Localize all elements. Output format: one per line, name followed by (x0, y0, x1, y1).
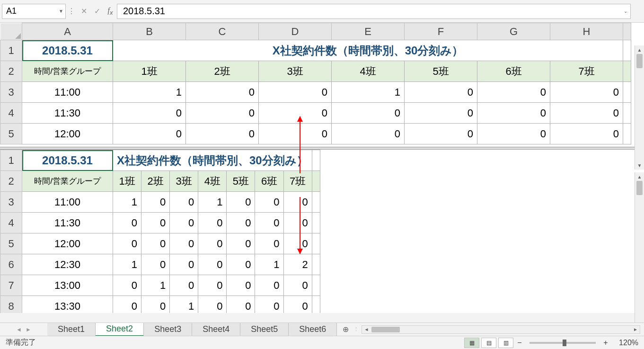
time-cell[interactable]: 11:30 (22, 103, 113, 124)
data-cell[interactable]: 0 (198, 213, 227, 233)
vertical-scrollbar-top[interactable]: ▲ ▼ (635, 45, 644, 170)
data-cell[interactable]: 1 (255, 254, 283, 275)
tab-nav[interactable]: ◄ ► (0, 326, 47, 333)
data-cell[interactable]: 0 (113, 213, 141, 233)
column-label-cell[interactable]: 2班 (186, 61, 259, 82)
column-label-cell[interactable]: 7班 (283, 171, 312, 192)
sheet-tab[interactable]: Sheet3 (144, 323, 192, 336)
data-cell[interactable]: 0 (227, 296, 255, 313)
add-sheet-button[interactable]: ⊕ (337, 325, 354, 334)
cell[interactable] (623, 82, 631, 103)
data-cell[interactable]: 0 (198, 296, 227, 313)
column-header[interactable]: H (550, 23, 623, 40)
row-header[interactable]: 8 (0, 296, 22, 313)
data-cell[interactable]: 0 (141, 254, 170, 275)
row-header[interactable]: 2 (0, 171, 22, 192)
data-cell[interactable]: 0 (186, 103, 259, 124)
column-label-cell[interactable]: 7班 (550, 61, 623, 82)
data-cell[interactable]: 0 (170, 233, 198, 254)
column-header[interactable]: E (332, 23, 405, 40)
column-label-cell[interactable]: 時間/営業グループ (22, 171, 113, 192)
data-cell[interactable]: 1 (113, 192, 141, 213)
scroll-thumb[interactable] (371, 327, 400, 332)
data-cell[interactable]: 0 (283, 275, 312, 296)
data-cell[interactable]: 0 (170, 275, 198, 296)
data-cell[interactable]: 1 (198, 192, 227, 213)
vertical-scrollbar-bottom[interactable]: ▲ ▼ (635, 172, 644, 336)
cell[interactable] (623, 61, 631, 82)
column-label-cell[interactable]: 5班 (227, 171, 255, 192)
tab-next-icon[interactable]: ► (26, 326, 31, 333)
column-label-cell[interactable]: 2班 (141, 171, 170, 192)
column-label-cell[interactable]: 6班 (477, 61, 550, 82)
grid-pane-top[interactable]: ABCDEFGH12018.5.31X社契約件数（時間帯別、30分刻み）2時間/… (0, 23, 644, 147)
scroll-down-icon[interactable]: ▼ (635, 161, 644, 170)
column-label-cell[interactable]: 5班 (405, 61, 477, 82)
data-cell[interactable]: 0 (255, 296, 283, 313)
data-cell[interactable]: 0 (141, 233, 170, 254)
column-header[interactable] (623, 23, 631, 40)
data-cell[interactable]: 0 (113, 103, 186, 124)
scroll-thumb[interactable] (636, 54, 643, 68)
data-cell[interactable]: 0 (405, 124, 477, 144)
data-cell[interactable]: 0 (550, 103, 623, 124)
zoom-out-button[interactable]: − (515, 339, 524, 347)
cell[interactable] (312, 254, 320, 275)
time-cell[interactable]: 12:30 (22, 254, 113, 275)
select-all-corner[interactable] (0, 23, 22, 40)
row-header[interactable]: 6 (0, 254, 22, 275)
data-cell[interactable]: 1 (170, 296, 198, 313)
data-cell[interactable]: 0 (227, 192, 255, 213)
cancel-icon[interactable]: ✕ (77, 5, 90, 18)
zoom-slider[interactable] (529, 342, 596, 344)
time-cell[interactable]: 11:30 (22, 213, 113, 233)
time-cell[interactable]: 13:30 (22, 296, 113, 313)
title-main-cell[interactable]: X社契約件数（時間帯別、30分刻み） (113, 40, 623, 61)
scroll-left-icon[interactable]: ◄ (362, 326, 371, 333)
time-cell[interactable]: 11:00 (22, 192, 113, 213)
data-cell[interactable]: 0 (113, 296, 141, 313)
data-cell[interactable]: 0 (283, 296, 312, 313)
view-page-break-button[interactable]: ▥ (498, 338, 513, 348)
data-cell[interactable]: 0 (113, 275, 141, 296)
cell[interactable] (312, 171, 320, 192)
column-header[interactable]: C (186, 23, 259, 40)
cell[interactable] (312, 213, 320, 233)
scroll-up-icon[interactable]: ▲ (635, 172, 644, 181)
row-header[interactable]: 3 (0, 192, 22, 213)
data-cell[interactable]: 0 (198, 254, 227, 275)
cell[interactable] (623, 124, 631, 144)
horizontal-scrollbar[interactable]: ◄ ► (362, 325, 640, 334)
row-header[interactable]: 5 (0, 233, 22, 254)
data-cell[interactable]: 0 (283, 192, 312, 213)
column-label-cell[interactable]: 1班 (113, 61, 186, 82)
scroll-right-icon[interactable]: ► (631, 326, 640, 333)
row-header[interactable]: 7 (0, 275, 22, 296)
data-cell[interactable]: 0 (255, 213, 283, 233)
confirm-icon[interactable]: ✓ (90, 5, 104, 18)
zoom-in-button[interactable]: + (601, 339, 610, 347)
data-cell[interactable]: 0 (477, 124, 550, 144)
formula-input[interactable]: 2018.5.31 ⌄ (117, 4, 631, 19)
data-cell[interactable]: 0 (550, 124, 623, 144)
data-cell[interactable]: 1 (113, 254, 141, 275)
row-header[interactable]: 5 (0, 124, 22, 144)
data-cell[interactable]: 0 (227, 254, 255, 275)
cell[interactable] (312, 150, 320, 171)
data-cell[interactable]: 0 (227, 275, 255, 296)
column-label-cell[interactable]: 3班 (259, 61, 332, 82)
scroll-up-icon[interactable]: ▲ (635, 45, 644, 54)
title-date-cell[interactable]: 2018.5.31 (22, 40, 113, 61)
view-page-layout-button[interactable]: ▤ (481, 338, 496, 348)
data-cell[interactable]: 0 (141, 213, 170, 233)
data-cell[interactable]: 0 (477, 103, 550, 124)
data-cell[interactable]: 0 (227, 213, 255, 233)
column-label-cell[interactable]: 時間/営業グループ (22, 61, 113, 82)
data-cell[interactable]: 0 (259, 82, 332, 103)
data-cell[interactable]: 0 (255, 192, 283, 213)
data-cell[interactable]: 0 (113, 233, 141, 254)
data-cell[interactable]: 2 (283, 254, 312, 275)
grid-pane-bottom[interactable]: 12018.5.31X社契約件数（時間帯別、30分刻み）2時間/営業グループ1班… (0, 150, 644, 313)
cell[interactable] (312, 233, 320, 254)
row-header[interactable]: 4 (0, 103, 22, 124)
